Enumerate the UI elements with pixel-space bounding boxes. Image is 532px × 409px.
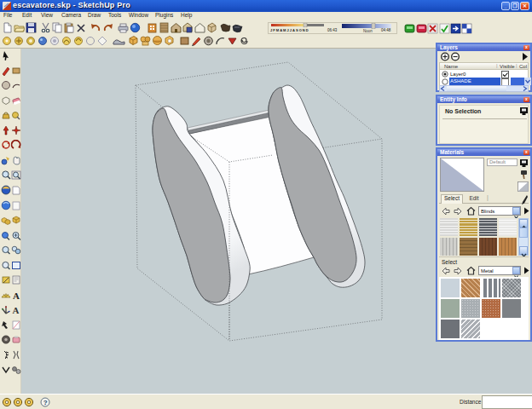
svg-text:A: A bbox=[13, 291, 20, 301]
svg-text:A: A bbox=[12, 305, 19, 315]
svg-text:?: ? bbox=[43, 399, 48, 406]
